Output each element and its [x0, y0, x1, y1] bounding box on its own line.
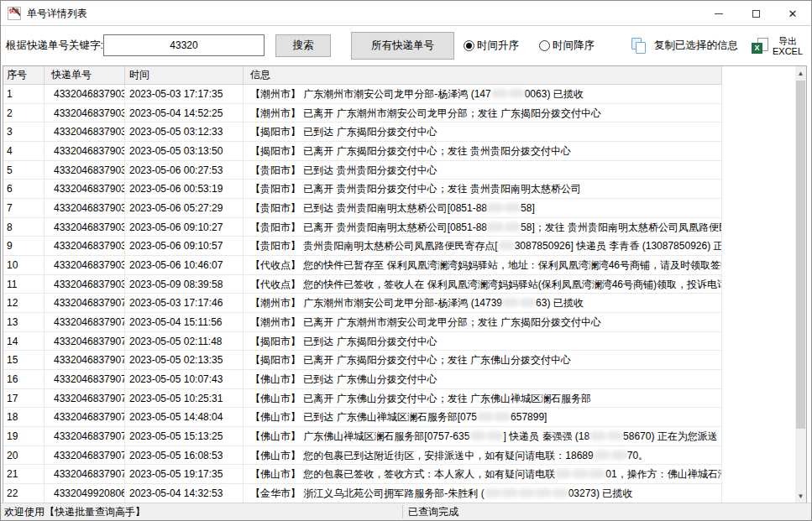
row-tracking-number: 4332046837903 — [45, 218, 125, 237]
row-index: 4 — [3, 142, 45, 161]
column-header-tracking-number[interactable]: 快递单号 — [45, 66, 125, 85]
table-row[interactable]: 2143320468379072023-05-05 19:17:35【佛山市】 … — [3, 465, 795, 484]
table-row[interactable]: 943320468379032023-05-06 09:10:57【贵阳市】 贵… — [3, 237, 795, 256]
table-row[interactable]: 243320468379032023-05-04 14:52:25【潮州市】 已… — [3, 104, 795, 123]
table-row[interactable]: 2243320499208062023-05-04 14:32:53【金华市】 … — [3, 484, 795, 503]
export-excel-label: 导出 EXCEL — [773, 36, 803, 56]
minimize-icon — [715, 13, 723, 14]
redacted-blur — [469, 431, 486, 440]
table-row[interactable]: 1343320468379072023-05-04 15:11:56【潮州市】 … — [3, 313, 795, 332]
row-tracking-number: 4332049920806 — [45, 484, 125, 503]
row-tracking-number: 4332046837903 — [45, 85, 125, 104]
table-row[interactable]: 643320468379032023-05-06 00:53:19【贵阳市】 已… — [3, 180, 795, 199]
app-icon: 快递 — [8, 7, 21, 20]
all-tracking-numbers-button[interactable]: 所有快递单号 — [351, 32, 454, 60]
radio-dot-icon — [464, 40, 474, 51]
redacted-blur — [487, 222, 504, 232]
row-tracking-number: 4332046837907 — [45, 332, 125, 352]
row-time: 2023-05-05 10:07:43 — [125, 370, 244, 389]
row-index: 2 — [3, 104, 45, 123]
export-excel-button[interactable]: X 导出 EXCEL — [752, 26, 803, 65]
row-tracking-number: 4332046837903 — [45, 161, 125, 180]
scrollbar-thumb[interactable] — [796, 81, 805, 429]
redacted-blur — [519, 298, 536, 307]
row-time: 2023-05-06 05:27:29 — [125, 199, 244, 218]
maximize-button[interactable] — [737, 1, 774, 26]
table-row[interactable]: 2043320468379072023-05-05 16:08:53【佛山市】 … — [3, 446, 795, 466]
table-row[interactable]: 843320468379032023-05-06 09:10:27【贵阳市】 已… — [3, 218, 795, 237]
row-index: 17 — [3, 389, 45, 409]
table-row[interactable]: 1443320468379072023-05-05 02:11:48【揭阳市】 … — [3, 332, 795, 352]
row-info: 【代收点】 您的快件已暂存至 保利凤凰湾澜湾妈妈驿站，地址：保利凤凰湾澜湾46号… — [244, 256, 722, 275]
vertical-scrollbar[interactable]: ▲ ▼ — [795, 66, 806, 503]
row-tracking-number: 4332046837903 — [45, 256, 125, 275]
redacted-blur — [486, 431, 503, 440]
keyword-input[interactable] — [103, 34, 265, 56]
sort-descending-radio[interactable]: 时间降序 — [539, 39, 595, 53]
close-button[interactable]: ✕ — [774, 1, 811, 26]
row-index: 7 — [3, 199, 45, 218]
scroll-down-icon[interactable]: ▼ — [795, 489, 806, 503]
row-tracking-number: 4332046837903 — [45, 237, 125, 256]
row-time: 2023-05-06 09:10:57 — [125, 237, 244, 256]
row-index: 3 — [3, 122, 45, 142]
row-info: 【贵阳市】 已离开 贵州贵阳分拨交付中心；发往 贵州贵阳南明太慈桥公司 — [244, 180, 722, 199]
table-row[interactable]: 1843320468379072023-05-05 14:48:04【佛山市】 … — [3, 408, 795, 427]
search-button[interactable]: 搜索 — [275, 34, 331, 57]
scroll-up-icon[interactable]: ▲ — [795, 66, 806, 81]
redacted-blur — [502, 298, 519, 307]
radio-dot-icon — [539, 40, 550, 51]
redacted-blur — [504, 222, 521, 232]
row-info: 【贵阳市】 贵州贵阳南明太慈桥公司凤凰路便民寄存点[3087850926] 快递… — [244, 237, 722, 256]
table-row[interactable]: 1243320468379072023-05-03 17:17:46【潮州市】 … — [3, 294, 795, 313]
row-time: 2023-05-05 10:25:31 — [125, 389, 244, 409]
row-tracking-number: 4332046837907 — [45, 427, 125, 446]
table-row[interactable]: 1743320468379072023-05-05 10:25:31【佛山市】 … — [3, 389, 795, 409]
row-time: 2023-05-06 10:46:07 — [125, 256, 244, 275]
row-info: 【佛山市】 已到达 广东佛山分拨交付中心 — [244, 370, 722, 389]
table-row[interactable]: 343320468379032023-05-05 03:12:33【揭阳市】 已… — [3, 122, 795, 142]
row-info: 【揭阳市】 已到达 广东揭阳分拨交付中心 — [244, 122, 722, 142]
row-tracking-number: 4332046837907 — [45, 351, 125, 370]
redacted-blur — [594, 451, 610, 460]
window-title: 单号详情列表 — [27, 1, 87, 26]
redacted-blur — [589, 469, 605, 478]
column-header-time[interactable]: 时间 — [125, 66, 244, 85]
row-info: 【佛山市】 已离开 广东佛山分拨交付中心；发往 广东佛山禅城区澜石服务部 — [244, 389, 722, 409]
table-row[interactable]: 1543320468379072023-05-05 02:13:35【揭阳市】 … — [3, 351, 795, 370]
table-row[interactable]: 543320468379032023-05-06 00:27:53【贵阳市】 已… — [3, 161, 795, 180]
row-tracking-number: 4332046837907 — [45, 370, 125, 389]
column-header-index[interactable]: 序号 — [3, 66, 45, 85]
close-icon: ✕ — [788, 8, 798, 19]
row-tracking-number: 4332046837903 — [45, 180, 125, 199]
table-row[interactable]: 143320468379032023-05-03 17:17:35【潮州市】 广… — [3, 85, 795, 104]
table-row[interactable]: 443320468379032023-05-05 03:13:50【揭阳市】 已… — [3, 142, 795, 161]
table-row[interactable]: 1143320468379032023-05-09 08:39:58【代收点】 … — [3, 275, 795, 294]
status-bar: 欢迎使用【快递批量查询高手】 已查询完成 — [1, 503, 811, 520]
row-index: 11 — [3, 275, 45, 294]
row-index: 1 — [3, 85, 45, 104]
row-index: 18 — [3, 408, 45, 427]
row-index: 6 — [3, 180, 45, 199]
table-row[interactable]: 1943320468379072023-05-05 15:13:25【佛山市】 … — [3, 427, 795, 446]
row-time: 2023-05-03 17:17:35 — [125, 85, 244, 104]
row-info: 【揭阳市】 已到达 广东揭阳分拨交付中心 — [244, 332, 722, 352]
row-index: 8 — [3, 218, 45, 237]
sort-ascending-radio[interactable]: 时间升序 — [464, 39, 519, 53]
redacted-blur — [508, 89, 525, 98]
row-index: 19 — [3, 427, 45, 446]
table-row[interactable]: 1643320468379072023-05-05 10:07:43【佛山市】 … — [3, 370, 795, 389]
table-row[interactable]: 743320468379032023-05-06 05:27:29【贵阳市】 已… — [3, 199, 795, 218]
row-time: 2023-05-06 00:27:53 — [125, 161, 244, 180]
toolbar: 根据快递单号关键字: 搜索 所有快递单号 时间升序 时间降序 复制已选择的信息 … — [1, 26, 811, 65]
row-tracking-number: 4332046837907 — [45, 446, 125, 466]
column-header-info[interactable]: 信息 — [244, 66, 722, 85]
minimize-button[interactable] — [700, 1, 737, 26]
copy-selected-button[interactable]: 复制已选择的信息 — [631, 26, 738, 65]
redacted-blur — [498, 241, 515, 250]
row-time: 2023-05-05 03:13:50 — [125, 142, 244, 161]
redacted-blur — [487, 203, 504, 212]
table-row[interactable]: 1043320468379032023-05-06 10:46:07【代收点】 … — [3, 256, 795, 275]
row-info: 【揭阳市】 已离开 广东揭阳分拨交付中心；发往 广东佛山分拨交付中心 — [244, 351, 722, 370]
row-info: 【佛山市】 您的包裹已到达附近街区，安排派送中，如有疑问请电联：1868970。 — [244, 446, 722, 466]
